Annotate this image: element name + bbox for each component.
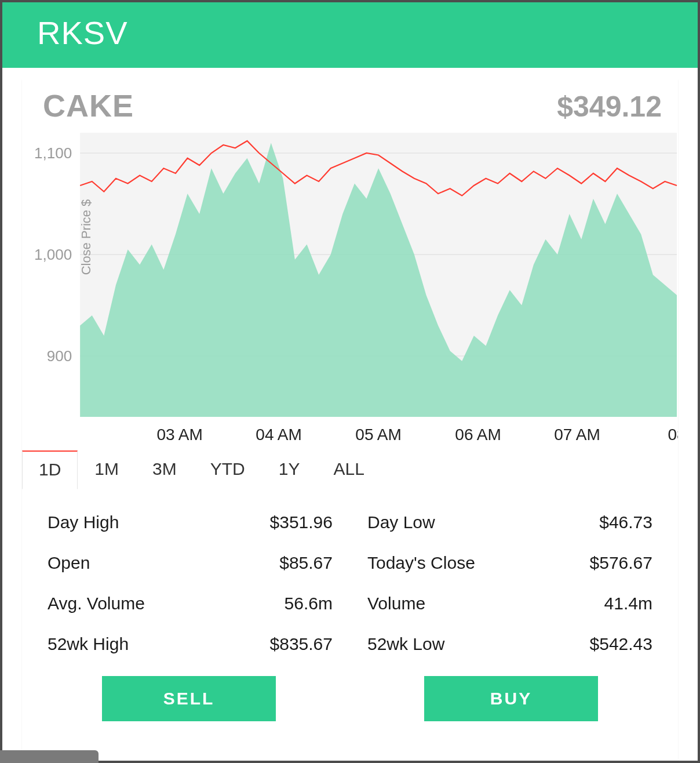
svg-text:1,000: 1,000 bbox=[34, 246, 72, 263]
svg-text:07 AM: 07 AM bbox=[554, 426, 600, 444]
svg-text:900: 900 bbox=[47, 347, 72, 365]
stat-row: Open$85.67 bbox=[48, 543, 333, 583]
tab-1d[interactable]: 1D bbox=[22, 450, 78, 489]
stat-row: Today's Close$576.67 bbox=[367, 543, 652, 583]
tab-ytd[interactable]: YTD bbox=[194, 450, 262, 489]
tab-all[interactable]: ALL bbox=[316, 450, 381, 489]
stat-label: 52wk Low bbox=[367, 634, 444, 654]
ticker-row: CAKE $349.12 bbox=[22, 79, 678, 127]
app-header: RKSV bbox=[2, 2, 698, 68]
stat-value: $46.73 bbox=[599, 513, 652, 532]
stat-label: Today's Close bbox=[367, 553, 475, 573]
stats-grid: Day High$351.96Day Low$46.73Open$85.67To… bbox=[22, 489, 678, 670]
stat-value: $576.67 bbox=[590, 553, 652, 573]
stat-label: Avg. Volume bbox=[48, 594, 145, 613]
ticker-price: $349.12 bbox=[557, 90, 662, 123]
stock-card: CAKE $349.12 9001,0001,100Close Price $0… bbox=[22, 79, 678, 761]
ticker-symbol: CAKE bbox=[43, 88, 134, 123]
svg-text:Close Price $: Close Price $ bbox=[79, 199, 93, 275]
action-row: SELL BUY bbox=[22, 670, 678, 742]
stat-value: $542.43 bbox=[590, 634, 652, 654]
stat-value: $351.96 bbox=[270, 513, 333, 532]
svg-text:04 AM: 04 AM bbox=[256, 426, 302, 444]
tab-3m[interactable]: 3M bbox=[136, 450, 194, 489]
tab-1m[interactable]: 1M bbox=[78, 450, 136, 489]
stat-row: 52wk Low$542.43 bbox=[367, 624, 652, 664]
svg-text:03 AM: 03 AM bbox=[156, 426, 203, 444]
stat-label: Volume bbox=[367, 594, 425, 613]
stat-label: Day High bbox=[48, 513, 119, 532]
stat-value: 56.6m bbox=[285, 594, 333, 613]
footer-stub bbox=[0, 750, 99, 763]
svg-text:1,100: 1,100 bbox=[34, 144, 72, 162]
app-title: RKSV bbox=[37, 14, 128, 51]
stat-row: Avg. Volume56.6m bbox=[48, 583, 333, 624]
stat-row: 52wk High$835.67 bbox=[48, 624, 333, 664]
svg-text:05 AM: 05 AM bbox=[355, 426, 402, 444]
stat-value: $835.67 bbox=[270, 634, 333, 654]
stat-label: 52wk High bbox=[48, 634, 129, 654]
stat-label: Open bbox=[48, 553, 90, 573]
stat-row: Day High$351.96 bbox=[48, 502, 333, 543]
stat-row: Volume41.4m bbox=[367, 583, 652, 624]
sell-button[interactable]: SELL bbox=[102, 676, 276, 721]
app-root: RKSV CAKE $349.12 9001,0001,100Close Pri… bbox=[2, 2, 698, 761]
tab-1y[interactable]: 1Y bbox=[262, 450, 317, 489]
price-chart: 9001,0001,100Close Price $03 AM04 AM05 A… bbox=[22, 127, 678, 452]
stat-row: Day Low$46.73 bbox=[367, 502, 652, 543]
stat-value: 41.4m bbox=[604, 594, 652, 613]
svg-text:06 AM: 06 AM bbox=[455, 426, 501, 444]
stat-label: Day Low bbox=[367, 513, 435, 532]
buy-button[interactable]: BUY bbox=[424, 676, 598, 721]
svg-text:08: 08 bbox=[668, 426, 678, 444]
stat-value: $85.67 bbox=[279, 553, 333, 573]
timeframe-tabs: 1D1M3MYTD1YALL bbox=[22, 450, 678, 489]
